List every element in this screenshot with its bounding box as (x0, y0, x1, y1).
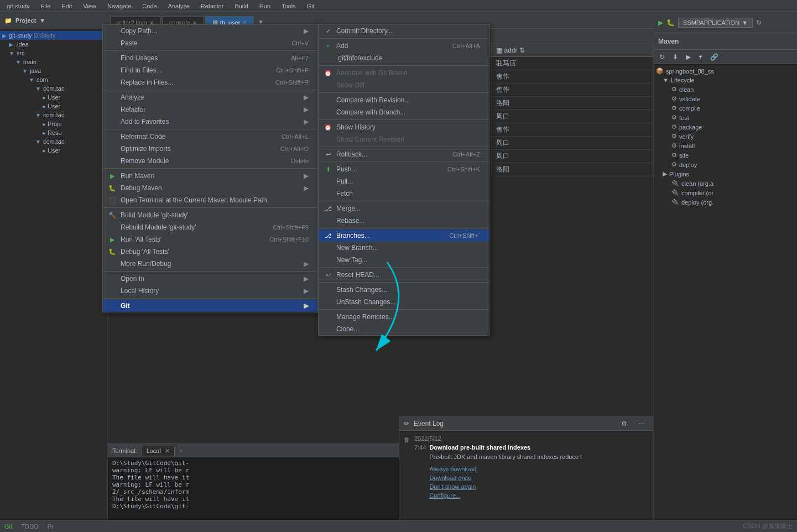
git-pull[interactable]: Pull... (319, 175, 489, 187)
menu-git[interactable]: Git ▶ (103, 300, 317, 312)
tree-resu[interactable]: ● Resu (0, 128, 107, 137)
git-show-diff[interactable]: Show Diff (319, 79, 489, 91)
maven-run-btn[interactable]: ▶ (683, 52, 694, 62)
git-compare-revision[interactable]: Compare with Revision... (319, 94, 489, 106)
git-clone[interactable]: Clone... (319, 323, 489, 335)
maven-refresh-btn[interactable]: ↻ (656, 52, 668, 62)
menu-copy-path[interactable]: Copy Path... ▶ (103, 25, 317, 37)
git-unstash[interactable]: UnStash Changes... (319, 296, 489, 308)
menu-run-maven[interactable]: ▶ Run Maven ▶ (103, 170, 317, 182)
maven-add-btn[interactable]: + (695, 52, 706, 62)
tree-com-tac-3[interactable]: ▼ com.tac (0, 137, 107, 146)
menu-optimize-imports[interactable]: Optimize Imports Ctrl+Alt+O (103, 143, 317, 155)
menu-analyze[interactable]: Analyze (166, 2, 192, 11)
maven-plugin-item[interactable]: 🔌clean (org.a (654, 179, 797, 188)
menu-view[interactable]: View (81, 2, 98, 11)
menu-tools[interactable]: Tools (279, 2, 298, 11)
menu-edit[interactable]: Edit (59, 2, 74, 11)
maven-lifecycle-item[interactable]: ⚙test (654, 113, 797, 122)
maven-plugin-item[interactable]: 🔌compiler (or (654, 188, 797, 197)
status-problems[interactable]: Pr (48, 523, 54, 530)
maven-lifecycle-item[interactable]: ⚙site (654, 150, 797, 160)
menu-reformat[interactable]: Reformat Code Ctrl+Alt+L (103, 131, 317, 143)
menu-open-terminal[interactable]: ⬛ Open Terminal at the Current Maven Mod… (103, 194, 317, 206)
git-push[interactable]: ⬆ Push... Ctrl+Shift+K (319, 163, 489, 175)
event-log-always-download[interactable]: Always download (429, 466, 582, 472)
sidebar-dropdown-icon[interactable]: ▼ (39, 17, 45, 24)
menu-paste[interactable]: Paste Ctrl+V (103, 37, 317, 49)
run-config-reload-icon[interactable]: ↻ (756, 19, 762, 27)
menu-git-study[interactable]: git-study (4, 2, 32, 11)
git-rebase[interactable]: Rebase... (319, 215, 489, 227)
tree-proje[interactable]: ● Proje (0, 119, 107, 128)
event-log-dont-show-again[interactable]: Don't show again (429, 483, 582, 490)
git-show-history[interactable]: ⏰ Show History (319, 121, 489, 133)
git-fetch[interactable]: Fetch (319, 187, 489, 200)
maven-lifecycle[interactable]: ▼ Lifecycle (654, 76, 797, 85)
menu-git[interactable]: Git (305, 2, 317, 11)
event-log-trash-icon[interactable]: 🗑 (404, 436, 410, 443)
maven-download-btn[interactable]: ⬇ (669, 52, 681, 62)
menu-debug-all-tests[interactable]: 🐛 Debug 'All Tests' (103, 246, 317, 258)
status-todo[interactable]: TODO (21, 523, 39, 530)
git-info-exclude[interactable]: .git/info/exclude (319, 52, 489, 64)
menu-refactor[interactable]: Refactor (199, 2, 226, 11)
menu-file[interactable]: File (39, 2, 53, 11)
event-log-download-once[interactable]: Download once (429, 474, 582, 481)
tree-com[interactable]: ▼ com (0, 75, 107, 84)
event-log-minimize-btn[interactable]: — (635, 419, 648, 429)
menu-remove-module[interactable]: Remove Module Delete (103, 155, 317, 167)
terminal-add-btn[interactable]: + (179, 447, 183, 454)
menu-add-to-favorites[interactable]: Add to Favorites ▶ (103, 116, 317, 128)
maven-plugin-item[interactable]: 🔌deploy (org. (654, 197, 797, 207)
git-new-tag[interactable]: New Tag... (319, 254, 489, 266)
tree-com-tac-1[interactable]: ▼ com.tac (0, 84, 107, 93)
maven-lifecycle-item[interactable]: ⚙package (654, 122, 797, 132)
menu-find-usages[interactable]: Find Usages Alt+F7 (103, 52, 317, 64)
run-config-dropdown[interactable]: SSMPAPPLICATION ▼ (678, 18, 753, 28)
git-reset-head[interactable]: ↩ Reset HEAD... (319, 269, 489, 281)
maven-lifecycle-item[interactable]: ⚙install (654, 141, 797, 150)
tree-user-1[interactable]: ● User (0, 93, 107, 102)
git-rollback[interactable]: ↩ Rollback... Ctrl+Alt+Z (319, 148, 489, 160)
maven-lifecycle-item[interactable]: ⚙validate (654, 94, 797, 103)
event-log-configure[interactable]: Configure... (429, 492, 582, 499)
menu-debug-maven[interactable]: 🐛 Debug Maven ▶ (103, 182, 317, 194)
git-manage-remotes[interactable]: Manage Remotes... (319, 311, 489, 323)
menu-rebuild-module[interactable]: Rebuild Module 'git-study' Ctrl+Shift+F9 (103, 221, 317, 233)
git-compare-branch[interactable]: Compare with Branch... (319, 106, 489, 118)
git-annotate[interactable]: ⏰ Annotate with Git Blame (319, 67, 489, 79)
menu-code[interactable]: Code (140, 2, 159, 11)
tree-main[interactable]: ▼ main (0, 58, 107, 66)
status-git[interactable]: Git (4, 523, 12, 530)
maven-plugins[interactable]: ▶ Plugins (654, 169, 797, 179)
git-commit-dir[interactable]: ✓ Commit Directory... (319, 25, 489, 37)
git-new-branch[interactable]: New Branch... (319, 242, 489, 254)
terminal-tab-close[interactable]: ✕ (165, 447, 170, 454)
maven-lifecycle-item[interactable]: ⚙clean (654, 85, 797, 94)
menu-more-run-debug[interactable]: More Run/Debug ▶ (103, 258, 317, 270)
tree-idea[interactable]: ▶ .idea (0, 40, 107, 49)
maven-lifecycle-item[interactable]: ⚙deploy (654, 160, 797, 169)
menu-refactor[interactable]: Refactor ▶ (103, 103, 317, 116)
git-stash[interactable]: Stash Changes... (319, 284, 489, 296)
menu-find-in-files[interactable]: Find in Files... Ctrl+Shift+F (103, 64, 317, 76)
menu-run[interactable]: Run (257, 2, 273, 11)
maven-lifecycle-item[interactable]: ⚙verify (654, 132, 797, 141)
menu-run-all-tests[interactable]: ▶ Run 'All Tests' Ctrl+Shift+F10 (103, 233, 317, 246)
git-show-current-revision[interactable]: Show Current Revision (319, 133, 489, 145)
menu-navigate[interactable]: Navigate (105, 2, 133, 11)
tree-src[interactable]: ▼ src (0, 49, 107, 58)
git-branches[interactable]: ⎇ Branches... Ctrl+Shift+` (319, 230, 489, 242)
tree-root[interactable]: ▶ git-study D:\Study (0, 31, 107, 40)
tree-user-2[interactable]: ● User (0, 102, 107, 111)
menu-replace-in-files[interactable]: Replace in Files... Ctrl+Shift+R (103, 76, 317, 88)
maven-link-btn[interactable]: 🔗 (707, 52, 722, 62)
maven-lifecycle-item[interactable]: ⚙compile (654, 103, 797, 113)
menu-local-history[interactable]: Local History ▶ (103, 285, 317, 297)
event-log-settings-btn[interactable]: ⚙ (618, 419, 631, 429)
maven-project[interactable]: 📦 springboot_08_ss (654, 66, 797, 76)
menu-analyze[interactable]: Analyze ▶ (103, 91, 317, 103)
tree-java[interactable]: ▼ java (0, 66, 107, 75)
git-merge[interactable]: ⎇ Merge... (319, 202, 489, 215)
